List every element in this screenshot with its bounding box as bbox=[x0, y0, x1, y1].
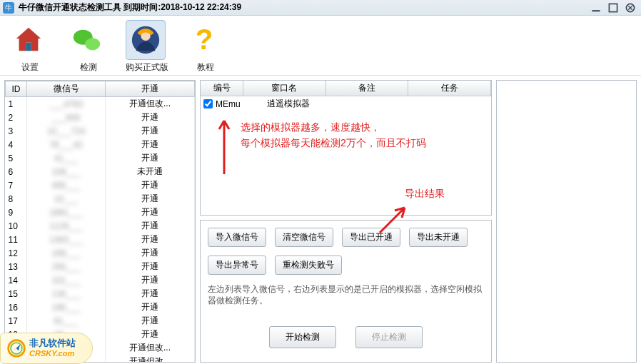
retry-failed-button[interactable]: 重检测失败号 bbox=[275, 256, 342, 275]
emulator-row[interactable]: MEmu 逍遥模拟器 bbox=[201, 96, 491, 111]
cell-id: 17 bbox=[6, 314, 27, 328]
controls-panel: 导出结果 导入微信号 清空微信号 导出已开通 导出未开通 导出异常号 重检测失败… bbox=[200, 220, 492, 363]
question-icon: ? bbox=[184, 20, 224, 60]
stop-detect-button[interactable]: 停止检测 bbox=[355, 326, 423, 348]
cell-wechat: 41___ bbox=[27, 151, 106, 165]
emulator-checkbox[interactable] bbox=[203, 99, 213, 108]
cell-id: 2 bbox=[6, 111, 27, 124]
table-row[interactable]: 12169___开通 bbox=[6, 246, 195, 260]
table-row[interactable]: 14101___开通 bbox=[6, 273, 195, 287]
cell-id: 5 bbox=[6, 151, 27, 165]
cell-id: 3 bbox=[6, 124, 27, 138]
cell-status: 未开通 bbox=[106, 165, 195, 178]
toolbar-label: 教程 bbox=[184, 61, 227, 74]
table-row[interactable]: 15130___开通 bbox=[6, 287, 195, 300]
cell-wechat: 1129___ bbox=[27, 219, 106, 233]
table-row[interactable]: 1___4763开通但改... bbox=[6, 97, 195, 111]
cell-status: 开通但改... bbox=[106, 355, 195, 363]
clear-ids-button[interactable]: 清空微信号 bbox=[275, 228, 333, 247]
svg-rect-0 bbox=[609, 4, 617, 11]
cell-wechat: 169___ bbox=[27, 246, 106, 260]
minimize-button[interactable] bbox=[588, 2, 604, 14]
instruction-text: 左边列表导入微信号，右边列表显示的是已开启的模拟器，选择空闲模拟器做检测任务。 bbox=[208, 283, 484, 306]
cell-wechat: 130___ bbox=[27, 287, 106, 300]
export-abnormal-button[interactable]: 导出异常号 bbox=[208, 256, 266, 275]
wechat-icon bbox=[67, 20, 107, 60]
app-logo-icon: 牛 bbox=[3, 2, 14, 14]
col-task[interactable]: 任务 bbox=[408, 81, 491, 96]
maximize-button[interactable] bbox=[605, 2, 621, 14]
cell-wechat: 455___ bbox=[27, 178, 106, 192]
cell-wechat: 1383___ bbox=[27, 233, 106, 246]
col-window[interactable]: 窗口名 bbox=[243, 81, 326, 96]
arrow-up-icon bbox=[213, 113, 235, 178]
cell-wechat: ___600 bbox=[27, 111, 106, 124]
table-row[interactable]: 13250___开通 bbox=[6, 260, 195, 273]
table-row[interactable]: 16190___开通 bbox=[6, 300, 195, 314]
cell-status: 开通 bbox=[106, 300, 195, 314]
table-row[interactable]: 541___开通 bbox=[6, 151, 195, 165]
col-remark[interactable]: 备注 bbox=[326, 81, 409, 96]
toolbar-label: 设置 bbox=[9, 61, 51, 74]
settings-button[interactable]: 设置 bbox=[9, 20, 51, 74]
cell-status: 开通 bbox=[106, 233, 195, 246]
export-hint-text: 导出结果 bbox=[405, 188, 445, 201]
close-button[interactable] bbox=[622, 2, 638, 14]
cell-status: 开通 bbox=[106, 192, 195, 206]
cell-id: 16 bbox=[6, 300, 27, 314]
start-detect-button[interactable]: 开始检测 bbox=[269, 326, 336, 348]
buy-button[interactable]: 购买正式版 bbox=[126, 20, 168, 74]
svg-rect-2 bbox=[26, 43, 31, 51]
crsky-icon bbox=[6, 338, 26, 358]
wechat-id-list[interactable]: ID 微信号 开通 1___4763开通但改...2___600开通310___… bbox=[4, 80, 196, 363]
svg-point-4 bbox=[85, 38, 100, 50]
col-id[interactable]: ID bbox=[6, 81, 27, 97]
tutorial-button[interactable]: ? 教程 bbox=[184, 20, 227, 74]
emulator-window: 逍遥模拟器 bbox=[246, 98, 331, 110]
cell-id: 4 bbox=[6, 138, 27, 151]
table-row[interactable]: 1781___开通 bbox=[6, 314, 195, 328]
import-ids-button[interactable]: 导入微信号 bbox=[208, 228, 266, 247]
cell-id: 7 bbox=[6, 178, 27, 192]
cell-status: 开通 bbox=[106, 219, 195, 233]
toolbar: 设置 检测 购买正式版 ? 教程 bbox=[0, 16, 641, 76]
cell-status: 开通 bbox=[106, 111, 195, 124]
col-status[interactable]: 开通 bbox=[106, 81, 195, 97]
cell-id: 6 bbox=[6, 165, 27, 178]
cell-wechat: 250___ bbox=[27, 260, 106, 273]
cell-id: 10 bbox=[6, 219, 27, 233]
cell-wechat: 190___ bbox=[27, 300, 106, 314]
table-row[interactable]: 478___42开通 bbox=[6, 138, 195, 151]
cell-wechat: ___4763 bbox=[27, 97, 106, 111]
cell-status: 开通 bbox=[106, 260, 195, 273]
title-bar: 牛 牛仔微信开通状态检测工具 到期时间:2018-10-12 22:24:39 bbox=[0, 0, 641, 16]
table-row[interactable]: 6109___未开通 bbox=[6, 165, 195, 178]
cell-status: 开通 bbox=[106, 314, 195, 328]
table-row[interactable]: 91991___开通 bbox=[6, 206, 195, 219]
table-row[interactable]: 2___600开通 bbox=[6, 111, 195, 124]
support-icon bbox=[126, 20, 166, 60]
emulator-hint-text: 选择的模拟器越多，速度越快， 每个模拟器每天能检测2万个，而且不打码 bbox=[241, 119, 426, 151]
detect-button[interactable]: 检测 bbox=[67, 20, 110, 74]
emulator-list: 编号 窗口名 备注 任务 MEmu 逍遥模拟器 选择的模拟器越多，速度越快， 每… bbox=[200, 80, 492, 216]
cell-wechat: 1991___ bbox=[27, 206, 106, 219]
svg-text:?: ? bbox=[196, 24, 213, 56]
cell-status: 开通但改... bbox=[106, 97, 195, 111]
cell-wechat: 10___724 bbox=[27, 124, 106, 138]
cell-id: 1 bbox=[6, 97, 27, 111]
col-index[interactable]: 编号 bbox=[201, 81, 243, 96]
toolbar-label: 检测 bbox=[67, 61, 110, 74]
table-row[interactable]: 7455___开通 bbox=[6, 178, 195, 192]
table-row[interactable]: 310___724开通 bbox=[6, 124, 195, 138]
cell-id: 15 bbox=[6, 287, 27, 300]
cell-wechat: 101___ bbox=[27, 273, 106, 287]
cell-status: 开通 bbox=[106, 287, 195, 300]
export-unopened-button[interactable]: 导出未开通 bbox=[409, 228, 468, 247]
table-row[interactable]: 101129___开通 bbox=[6, 219, 195, 233]
col-wechat[interactable]: 微信号 bbox=[27, 81, 106, 97]
table-row[interactable]: 810___开通 bbox=[6, 192, 195, 206]
table-row[interactable]: 111383___开通 bbox=[6, 233, 195, 246]
cell-wechat: 81___ bbox=[27, 314, 106, 328]
badge-cn-text: 非凡软件站 bbox=[29, 338, 76, 348]
toolbar-label: 购买正式版 bbox=[126, 61, 168, 74]
